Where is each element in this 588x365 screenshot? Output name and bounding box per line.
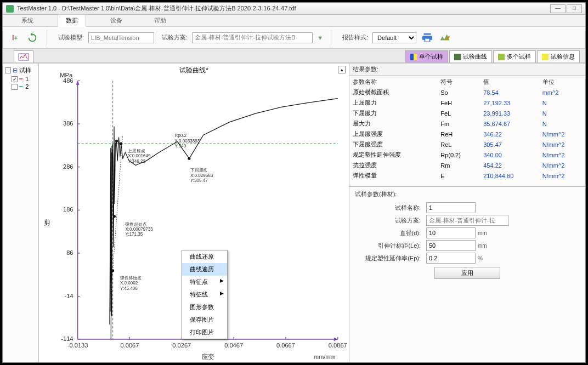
menu-device[interactable]: 设备 bbox=[103, 15, 130, 26]
tab-2[interactable]: 多个试样 bbox=[493, 50, 536, 62]
svg-text:0.0467: 0.0467 bbox=[224, 342, 243, 349]
svg-point-42 bbox=[188, 157, 190, 160]
print-icon[interactable] bbox=[421, 31, 434, 44]
svg-text:MPa: MPa bbox=[60, 72, 72, 78]
refresh-icon[interactable] bbox=[26, 31, 39, 44]
svg-text:-114: -114 bbox=[61, 335, 73, 342]
sample-color-icon: ━◦ bbox=[19, 84, 24, 89]
context-menu-item[interactable]: 曲线还原 bbox=[182, 250, 227, 263]
svg-text:Y:305.47: Y:305.47 bbox=[190, 178, 208, 183]
chart-edit-icon[interactable] bbox=[438, 31, 451, 44]
gauge-input[interactable] bbox=[426, 240, 476, 251]
svg-text:上屈服点: 上屈服点 bbox=[128, 149, 145, 153]
sample-form-header: 试样参数(棒材): bbox=[355, 190, 580, 201]
result-row: 原始横截面积So78.54mm^2 bbox=[349, 87, 585, 98]
tree-item[interactable]: ━◦2 bbox=[12, 83, 36, 90]
svg-point-38 bbox=[120, 142, 122, 145]
diameter-input[interactable] bbox=[426, 227, 476, 238]
svg-text:Y:171.35: Y:171.35 bbox=[125, 232, 143, 237]
checkbox-icon[interactable] bbox=[12, 76, 18, 82]
svg-text:86: 86 bbox=[66, 249, 73, 256]
scheme-label: 试验方案: bbox=[162, 33, 188, 42]
svg-text:0.0067: 0.0067 bbox=[121, 342, 139, 349]
result-row: 下屈服强度ReL305.47N/mm^2 bbox=[349, 139, 585, 150]
tree-item[interactable]: ━◦1 bbox=[12, 75, 36, 83]
context-menu-item[interactable]: 曲线遍历 bbox=[182, 263, 227, 276]
menu-system[interactable]: 系统 bbox=[14, 15, 41, 26]
gauge-label: 引伸计标距(Le): bbox=[355, 242, 426, 250]
checkbox-icon[interactable] bbox=[12, 84, 18, 90]
chart-area[interactable]: 试验曲线* ▴ 剪 -114-1486186286386486-0.01330.… bbox=[39, 64, 349, 362]
specimen-icon[interactable]: Ⅰ+ bbox=[8, 31, 21, 44]
svg-marker-30 bbox=[76, 81, 80, 84]
menu-data[interactable]: 数据 bbox=[58, 14, 86, 27]
svg-text:0.0667: 0.0667 bbox=[276, 342, 295, 349]
svg-text:-14: -14 bbox=[65, 292, 74, 299]
svg-text:X:0.0033893: X:0.0033893 bbox=[175, 139, 200, 144]
tab-label: 试验信息 bbox=[551, 53, 575, 61]
context-menu-item[interactable]: 图形参数 bbox=[182, 301, 227, 313]
svg-text:X:0.0002: X:0.0002 bbox=[120, 281, 138, 286]
maximize-button[interactable]: □ bbox=[567, 4, 582, 13]
result-row: 抗拉强度Rm454.22N/mm^2 bbox=[349, 160, 585, 170]
tab-color-icon bbox=[542, 54, 549, 60]
ep-unit: % bbox=[478, 255, 483, 261]
tab-color-icon bbox=[498, 54, 505, 60]
svg-text:应变: 应变 bbox=[202, 353, 214, 360]
svg-point-34 bbox=[115, 140, 118, 142]
ep-input[interactable] bbox=[426, 253, 476, 264]
tab-color-icon bbox=[410, 54, 417, 60]
svg-text:Y:346.22: Y:346.22 bbox=[128, 159, 145, 164]
scheme-form-label: 试验方案: bbox=[355, 216, 426, 225]
context-menu-item[interactable]: 特征线▶ bbox=[182, 288, 227, 301]
svg-text:186: 186 bbox=[63, 206, 73, 213]
left-tab-icon[interactable] bbox=[14, 50, 33, 62]
svg-text:Y:45.406: Y:45.406 bbox=[120, 286, 138, 291]
svg-text:286: 286 bbox=[63, 163, 73, 170]
svg-text:X:0.029563: X:0.029563 bbox=[190, 173, 213, 178]
context-menu-item[interactable]: 特征点▶ bbox=[182, 276, 227, 288]
right-panel: 结果参数: 参数名称符号值单位 原始横截面积So78.54mm^2上屈服力FeH… bbox=[349, 64, 585, 362]
svg-text:0.0867: 0.0867 bbox=[329, 342, 347, 349]
svg-text:X:0.00079733: X:0.00079733 bbox=[125, 227, 153, 232]
context-menu-item[interactable]: 保存图片 bbox=[182, 313, 227, 326]
results-header: 结果参数: bbox=[349, 64, 585, 76]
tab-3[interactable]: 试验信息 bbox=[537, 50, 580, 62]
svg-text:弹性终始点: 弹性终始点 bbox=[120, 276, 142, 281]
sample-tree: ⊟ 试样 ━◦1━◦2 bbox=[3, 64, 39, 362]
result-row: 上屈服强度ReH346.22N/mm^2 bbox=[349, 129, 585, 139]
results-table: 参数名称符号值单位 原始横截面积So78.54mm^2上屈服力FeH27,192… bbox=[349, 77, 585, 181]
tab-0[interactable]: 单个试样 bbox=[405, 50, 448, 62]
tree-item-label: 2 bbox=[25, 83, 29, 90]
result-row: 下屈服力FeL23,991.33N bbox=[349, 108, 585, 118]
tab-color-icon bbox=[454, 54, 461, 60]
tree-item-label: 1 bbox=[25, 76, 29, 82]
tab-1[interactable]: 试验曲线 bbox=[449, 50, 492, 62]
name-label: 试样名称: bbox=[355, 204, 426, 212]
apply-button[interactable]: 应用 bbox=[434, 267, 500, 279]
tab-label: 单个试样 bbox=[419, 53, 443, 61]
scheme-form-value bbox=[426, 215, 508, 226]
menubar: 系统 数据 设备 帮助 bbox=[3, 15, 585, 27]
minimize-button[interactable]: — bbox=[550, 4, 566, 13]
svg-text:-0.0133: -0.0133 bbox=[67, 342, 88, 349]
svg-text:X:0.001649: X:0.001649 bbox=[128, 153, 151, 158]
name-input[interactable] bbox=[426, 202, 476, 213]
checkbox-icon[interactable] bbox=[5, 67, 11, 73]
window-title: TestMaster 1.0 - D:\TestMaster 1.0\bin\D… bbox=[17, 4, 549, 13]
scheme-value bbox=[192, 32, 313, 43]
svg-text:Y:340: Y:340 bbox=[175, 144, 186, 149]
svg-text:mm/mm: mm/mm bbox=[314, 353, 336, 360]
tree-root[interactable]: ⊟ 试样 bbox=[5, 66, 36, 75]
tab-label: 试验曲线 bbox=[463, 53, 487, 61]
result-row: 弹性模量E210,844.80N/mm^2 bbox=[349, 170, 585, 181]
sample-color-icon: ━◦ bbox=[19, 76, 24, 82]
model-label: 试验模型: bbox=[58, 33, 84, 42]
diameter-label: 直径(d): bbox=[355, 229, 426, 237]
report-style-select[interactable]: Default bbox=[372, 32, 416, 43]
tabstrip: 单个试样试验曲线多个试样试验信息 bbox=[3, 49, 585, 63]
svg-text:Rp0.2: Rp0.2 bbox=[175, 133, 187, 138]
context-menu-item[interactable]: 打印图片 bbox=[182, 326, 227, 339]
result-row: 上屈服力FeH27,192.33N bbox=[349, 98, 585, 108]
menu-help[interactable]: 帮助 bbox=[146, 15, 174, 26]
